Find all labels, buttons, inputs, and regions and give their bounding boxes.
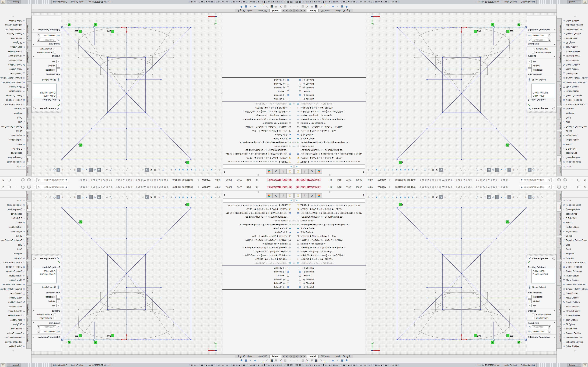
menu-item-line[interactable]: ╱Line <box>562 242 588 247</box>
menu-item-segment[interactable]: —Segment <box>0 111 26 116</box>
tree-item[interactable]: ☰Material < not specified > <box>294 121 366 125</box>
angle-spinner[interactable]: ▲▼ <box>37 33 40 37</box>
tree-item[interactable]: ◪○253Е✚◦♟◎ΛА Ф○ ◎ ○ ФАΛ◎♟◦✚3Е25○ <box>222 207 294 211</box>
menu-item-convert-entities[interactable]: ⊃Convert Entities <box>562 331 588 335</box>
menu-item-silhouette-entities[interactable]: ◖Silhouette Entities <box>562 23 588 27</box>
command-tab-mbd-dimensions[interactable]: MBD Dimensions <box>26 326 31 344</box>
tree-item-sketch[interactable]: ▢Sketch3 <box>222 274 294 277</box>
search-cad-models[interactable]: ⬙ ▼ <box>520 185 555 189</box>
command-tab-weldments[interactable]: Weldments <box>557 261 562 273</box>
search-dropdown-icon[interactable]: ▼ <box>34 178 37 182</box>
tab-featuremanager[interactable]: ❒ <box>294 169 301 174</box>
tree-item[interactable]: ▶▨○253ЕИNА∩◦○ ◎ ○ ◦∩АИN3Е25○ <box>294 261 366 265</box>
search-cad-models[interactable]: ⬙ ▼ <box>33 185 68 189</box>
tree-item[interactable]: ▶▤Design Binder <box>222 144 294 148</box>
menu-item-parallelogram[interactable]: ▱Parallelogram <box>562 274 588 278</box>
tree-item[interactable]: ◔○25♟◎25ИN3Е25○ ◎ ○ 253ЕИN25◎♟25○ <box>294 148 366 152</box>
relation-collinear[interactable]: Collinear108 <box>34 270 55 273</box>
rollback-end-bar[interactable] <box>222 77 294 78</box>
tree-root[interactable]: ❒ TЯPDL2. ◎ ЗЕ ◎ Ш ◎ ◎ ◎ ✚ ◎ ⊃С ◎ ЗЕ ◎ ✦… <box>294 160 366 164</box>
menu-item-linear-sketch-pattern[interactable]: ⊞Linear Sketch Pattern <box>0 283 26 287</box>
user-account-button[interactable]: ☻ <box>26 184 32 189</box>
relation-equal-length[interactable]: Equal length109 <box>533 91 554 94</box>
additional-parameters-header[interactable]: Additional Parameters <box>528 336 550 338</box>
tab-nav-buttons[interactable]: |◀◀▶▶| <box>282 355 294 358</box>
option-1[interactable]: Infinite length <box>527 47 556 51</box>
existing-relations-header[interactable]: Existing Relations <box>42 266 60 268</box>
menu-tools[interactable]: Tools <box>213 185 224 189</box>
tab-nav-button[interactable]: ▶| <box>282 355 285 358</box>
minimize-button[interactable]: – <box>14 178 19 183</box>
menu-item-3-point-arc[interactable]: ◡3 Point Arc <box>0 147 26 151</box>
parameters-header[interactable]: Parameters <box>528 43 539 45</box>
menu-more-chevron[interactable]: » <box>0 349 26 352</box>
tree-item[interactable]: ◔○25♟◎25ИN3Е25○ ◎ ○ 253ЕИN25◎♟25○ <box>294 215 366 219</box>
tree-item-sketch[interactable]: ▦(-)Sketch2 <box>222 270 294 274</box>
menu-item-tangent-arc[interactable]: ⌒Tangent Arc <box>0 151 26 155</box>
bottom-tool-icon[interactable]: ◔ <box>335 5 340 9</box>
menu-item-trim-entities[interactable]: ✂Trim Entities <box>0 318 26 322</box>
tree-item-sketch[interactable]: ▢(-)Sketch1 <box>222 97 294 101</box>
menu-item-circle[interactable]: ○Circle <box>0 164 26 169</box>
add-relations-header[interactable]: Add Relations <box>46 73 60 75</box>
menu-item-rotate-entities[interactable]: ↻Rotate Entities <box>562 63 588 67</box>
tree-item[interactable]: ▶A○25ИN◎◦✚А✚◎ИNА○ ◎ ○ АИN◎✚А✚◦◎ИN25○ <box>294 223 366 226</box>
bottom-tool-icon[interactable]: ◙ <box>253 358 257 362</box>
menu-item-center-rectangle[interactable]: ▣Center Rectangle <box>562 265 588 269</box>
menu-item-segment[interactable]: —Segment <box>562 111 588 116</box>
tree-item[interactable]: ▶A○25ИN◎◦✚А✚◎ИNА○ ◎ ○ АИN◎✚А✚◦◎ИN25○ <box>294 141 366 144</box>
collapse-chevron-icon[interactable]: ⌃ <box>33 310 34 312</box>
parameters-header[interactable]: Parameters <box>49 322 60 324</box>
menu-item-corner-rectangle[interactable]: ▭Corner Rectangle <box>0 93 26 98</box>
user-account-button[interactable]: ☻ <box>556 178 562 183</box>
menu-item-3-point-center-recta-[interactable]: ▭3 Point Center Recta... <box>0 102 26 107</box>
command-tab--[interactable]: ... <box>26 344 31 349</box>
relation-equal-length[interactable]: Equal length109 <box>34 273 55 276</box>
add-relations-header[interactable]: Add Relations <box>528 292 542 294</box>
tree-item[interactable]: ∟○ИN◦ƆС◦♟◎○ ◎ ○ ◎♟◦ƆС◦ИN○ <box>294 106 366 110</box>
menu-more-chevron[interactable]: » <box>562 15 588 18</box>
ok-checkmark-button[interactable]: ✔ <box>527 260 556 264</box>
add-relation-fix[interactable]: ⚓Fix <box>32 59 61 64</box>
tree-item[interactable]: ▦○25✚3Е25○ИN◎◦✚ ⊃С3ЕU3Е25○ ◎ ○ 253ЕU3Е⊃С… <box>294 152 366 156</box>
menu-tools[interactable]: Tools <box>365 178 375 182</box>
menu-item-move-entities[interactable]: ✛Move Entities <box>0 67 26 71</box>
menu-item-ellipse[interactable]: ⊘Ellipse <box>562 142 588 146</box>
command-tab-features[interactable]: Features <box>26 166 31 176</box>
tree-item[interactable]: ▱○ ◦◎✚○ ✳ ⊙[ ○ ◎ ○ ]⊙ ✳ ○✚◎◦ ○ <box>222 250 294 253</box>
tree-item-sketch[interactable]: ▢(-)Sketch1 <box>294 97 366 101</box>
tree-item[interactable]: ◆Surface Bodies <box>222 226 294 230</box>
menu-item-extend-entities[interactable]: →Extend Entities <box>0 49 26 54</box>
tree-item-sketch[interactable]: ▢(-)Sketch5 <box>294 277 366 281</box>
command-tab--[interactable]: ... <box>26 18 31 23</box>
menu-item-trim-entities[interactable]: ✂Trim Entities <box>0 45 26 49</box>
add-relation-fix[interactable]: ⚓Fix <box>527 59 556 64</box>
menu-item-circular-sketch-pattern[interactable]: ✳Circular Sketch Pattern <box>0 76 26 80</box>
rollback-end-bar[interactable] <box>294 289 366 290</box>
relations-listbox[interactable]: Collinear108 Equal length109 <box>531 83 555 98</box>
tab-nav-button[interactable]: ◀ <box>288 355 291 358</box>
titlebar-icon-run-a[interactable]: ◎ ЗЕ ◎ Ш ◎ ◎ ◎ ✚ ◎ ⊃С ◎ ЗЕ ◎ ✦ ◎ 25 ◎ ♟ … <box>116 179 169 181</box>
bottom-tool-icon[interactable]: ▤ <box>301 358 305 362</box>
quick-tips-icon[interactable]: ❦ <box>1 0 5 4</box>
unit-system-selector[interactable]: Custom ▲ <box>567 364 581 367</box>
tab-nav-button[interactable]: |◀ <box>291 355 294 358</box>
panel-splitter-handle[interactable] <box>257 191 259 193</box>
tree-item-sketch[interactable]: ▢Sketch3 <box>294 90 366 93</box>
tree-item-sketch[interactable]: ▢(-)Sketch4 <box>294 281 366 285</box>
menu-item-polygon[interactable]: ◇Polygon <box>562 256 588 260</box>
tree-item[interactable]: ◆Surface Bodies <box>294 137 366 141</box>
graphics-area[interactable]: ▤·▮▯▯▯▯▮▮◍▮▮⇩▭◫▯▤◧◪○⊥·◔╱◠◡◌╱◆⊥◉◎◔●◭⁝▦◑…⊞… <box>32 13 222 176</box>
tree-item[interactable]: ■Solid Bodies <box>222 230 294 234</box>
menu-item-perimeter-circle[interactable]: ◎Perimeter Circle <box>0 203 26 207</box>
menu-item-circular-sketch-pattern[interactable]: ✳Circular Sketch Pattern <box>562 287 588 291</box>
tree-item[interactable]: ▦○25✚3Е25○ИN◎◦✚ ⊃С3ЕU3Е25○ ◎ ○ 253ЕU3Е⊃С… <box>294 211 366 215</box>
option-0[interactable]: For construction <box>527 313 556 316</box>
search-input[interactable] <box>523 179 548 181</box>
menu-item-parallelogram[interactable]: ▱Parallelogram <box>0 274 26 278</box>
menu-tools[interactable]: Tools <box>365 185 375 189</box>
menu-item-3-point-center-recta-[interactable]: ▭3 Point Center Recta... <box>562 260 588 265</box>
bottom-tool-icon[interactable]: ≣ <box>310 358 314 362</box>
bottom-tool-icon[interactable]: ◐ <box>296 5 301 9</box>
menu-item-line[interactable]: ╱Line <box>0 120 26 125</box>
